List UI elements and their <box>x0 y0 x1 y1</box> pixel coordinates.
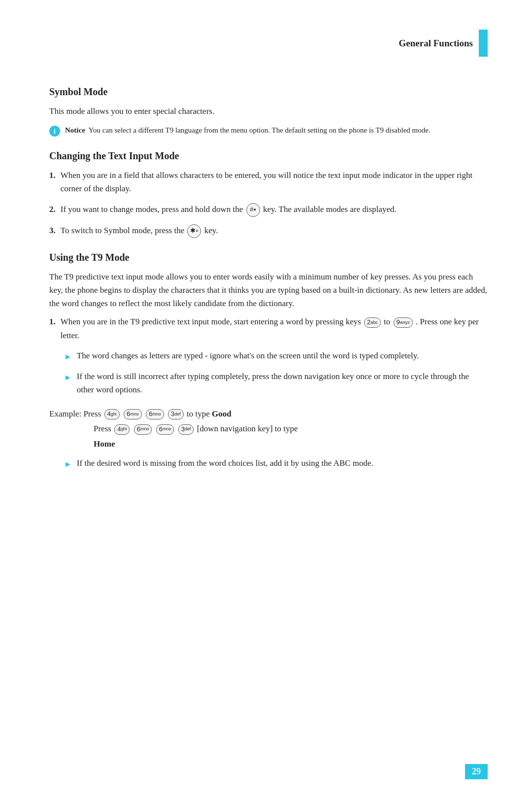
bullet-arrow-icon: ► <box>64 350 72 363</box>
page-number: 29 <box>465 764 488 779</box>
example-line-2: Press 4ghi 6mno 6mno 3def [down navigati… <box>94 421 488 437</box>
list-content-3: To switch to Symbol mode, press the ✱≡ k… <box>61 224 488 238</box>
header-title: General Functions <box>399 38 473 49</box>
changing-text-input-list: 1. When you are in a field that allows c… <box>49 169 488 238</box>
page-header: General Functions <box>49 30 488 57</box>
final-bullet-text: If the desired word is missing from the … <box>77 456 373 471</box>
symbol-mode-body: This mode allows you to enter special ch… <box>49 104 488 118</box>
using-t9-list: 1. When you are in the T9 predictive tex… <box>49 315 488 342</box>
section-changing-text-input: Changing the Text Input Mode 1. When you… <box>49 150 488 238</box>
hash-key: #● <box>246 203 260 217</box>
bullet-arrow-icon: ► <box>64 458 72 471</box>
list-item: 1. When you are in the T9 predictive tex… <box>49 315 488 342</box>
symbol-mode-heading: Symbol Mode <box>49 86 488 98</box>
list-item: ► The word changes as letters are typed … <box>64 349 488 363</box>
key-4ghi-2: 4ghi <box>114 424 130 435</box>
section-symbol-mode: Symbol Mode This mode allows you to ente… <box>49 86 488 137</box>
example-line-1: Example: Press 4ghi 6mno 6mno 3def to ty… <box>49 407 488 422</box>
star-key: ✱≡ <box>187 224 201 238</box>
t9-bullet-list: ► The word changes as letters are typed … <box>64 349 488 397</box>
notice-box: i Notice You can select a different T9 l… <box>49 125 488 137</box>
t9-final-bullet-list: ► If the desired word is missing from th… <box>64 456 488 471</box>
list-item: ► If the word is still incorrect after t… <box>64 370 488 396</box>
example-block: Example: Press 4ghi 6mno 6mno 3def to ty… <box>49 407 488 452</box>
list-item: 3. To switch to Symbol mode, press the ✱… <box>49 224 488 238</box>
bullet-arrow-icon: ► <box>64 371 72 396</box>
notice-icon: i <box>49 126 60 137</box>
key-6mno-3: 6mno <box>134 424 152 435</box>
key-6mno-4: 6mno <box>156 424 174 435</box>
list-content-1: When you are in a field that allows char… <box>61 169 488 195</box>
t9-list-content-1: When you are in the T9 predictive text i… <box>61 315 488 342</box>
bullet-text-2: If the word is still incorrect after typ… <box>77 370 488 396</box>
list-item: 1. When you are in a field that allows c… <box>49 169 488 195</box>
list-num-3: 3. <box>49 224 56 238</box>
example-word-good: Good <box>212 409 232 418</box>
using-t9-heading: Using the T9 Mode <box>49 252 488 263</box>
list-num-1: 1. <box>49 169 56 195</box>
list-content-2: If you want to change modes, press and h… <box>61 203 488 217</box>
using-t9-body: The T9 predictive text input mode allows… <box>49 270 488 311</box>
section-using-t9: Using the T9 Mode The T9 predictive text… <box>49 252 488 471</box>
key-3def-2: 3def <box>178 424 194 435</box>
list-item: 2. If you want to change modes, press an… <box>49 203 488 217</box>
header-accent-bar <box>479 30 488 57</box>
key-9wxyz: 9wxyz <box>394 317 413 328</box>
example-word-home-line: Home <box>94 437 488 452</box>
notice-content: Notice You can select a different T9 lan… <box>65 125 488 136</box>
changing-text-input-heading: Changing the Text Input Mode <box>49 150 488 162</box>
page: General Functions Symbol Mode This mode … <box>0 0 532 799</box>
list-num-2: 2. <box>49 203 56 217</box>
key-3def-1: 3def <box>168 409 184 419</box>
list-item: ► If the desired word is missing from th… <box>64 456 488 471</box>
t9-list-num-1: 1. <box>49 315 56 342</box>
example-word-home: Home <box>94 439 115 449</box>
bullet-text-1: The word changes as letters are typed - … <box>77 349 419 363</box>
key-2abc: 2abc <box>364 317 381 328</box>
key-6mno-2: 6mno <box>146 409 164 419</box>
notice-label: Notice <box>65 126 85 134</box>
key-6mno-1: 6mno <box>124 409 142 419</box>
notice-text: You can select a different T9 language f… <box>87 126 431 134</box>
key-4ghi: 4ghi <box>104 409 120 419</box>
